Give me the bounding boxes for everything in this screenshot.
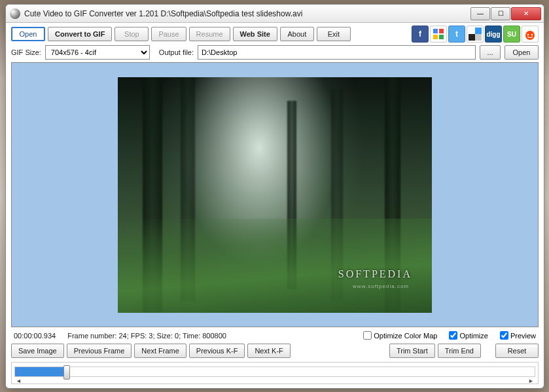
svg-rect-1 bbox=[439, 29, 444, 33]
timeline-scroll-arrows: ◄ ► bbox=[14, 378, 535, 384]
stumbleupon-icon[interactable]: SU bbox=[503, 26, 520, 43]
svg-point-8 bbox=[525, 31, 535, 40]
output-file-label: Output file: bbox=[159, 48, 194, 56]
pause-button[interactable]: Pause bbox=[151, 27, 186, 41]
main-toolbar: Open Convert to GIF Stop Pause Resume We… bbox=[11, 26, 539, 43]
titlebar[interactable]: Cute Video to GIF Converter ver 1.201 D:… bbox=[6, 5, 544, 23]
watermark-text: SOFTPEDIA bbox=[338, 268, 412, 280]
reset-button[interactable]: Reset bbox=[495, 344, 539, 358]
trim-end-button[interactable]: Trim End bbox=[438, 344, 481, 358]
svg-rect-3 bbox=[439, 35, 444, 39]
app-icon bbox=[10, 9, 20, 19]
minimize-button[interactable]: — bbox=[470, 7, 490, 20]
svg-point-10 bbox=[531, 34, 533, 36]
twitter-icon[interactable]: t bbox=[448, 26, 465, 43]
window-controls: — ☐ ✕ bbox=[470, 7, 541, 20]
scroll-right-icon[interactable]: ► bbox=[528, 378, 534, 384]
next-frame-button[interactable]: Next Frame bbox=[134, 344, 186, 358]
svg-rect-5 bbox=[475, 27, 482, 34]
timecode: 00:00:00.934 bbox=[14, 332, 56, 340]
gif-size-label: GIF Size: bbox=[11, 48, 41, 56]
timeline-slider-container: ◄ ► bbox=[11, 362, 539, 384]
timeline-fill bbox=[15, 367, 66, 376]
stop-button[interactable]: Stop bbox=[115, 27, 149, 41]
watermark-subtitle: www.softpedia.com bbox=[353, 283, 409, 289]
status-row: 00:00:00.934 Frame number: 24; FPS: 3; S… bbox=[11, 330, 539, 341]
resume-button[interactable]: Resume bbox=[189, 27, 230, 41]
social-links: f t digg SU bbox=[412, 26, 539, 43]
website-button[interactable]: Web Site bbox=[233, 27, 277, 41]
svg-rect-6 bbox=[469, 34, 475, 41]
google-icon[interactable] bbox=[430, 26, 447, 43]
browse-button[interactable]: ... bbox=[480, 45, 501, 60]
timeline-track[interactable] bbox=[14, 366, 535, 377]
preview-checkbox[interactable] bbox=[500, 331, 508, 340]
output-file-input[interactable] bbox=[198, 45, 476, 60]
svg-rect-4 bbox=[469, 27, 475, 34]
svg-rect-0 bbox=[433, 29, 438, 33]
window-title: Cute Video to GIF Converter ver 1.201 D:… bbox=[24, 9, 470, 18]
next-keyframe-button[interactable]: Next K-F bbox=[247, 344, 290, 358]
delicious-icon[interactable] bbox=[467, 26, 484, 43]
exit-button[interactable]: Exit bbox=[317, 27, 351, 41]
svg-point-9 bbox=[527, 34, 529, 36]
save-image-button[interactable]: Save Image bbox=[11, 344, 64, 358]
scroll-left-icon[interactable]: ◄ bbox=[16, 378, 22, 384]
convert-button[interactable]: Convert to GIF bbox=[48, 27, 112, 41]
close-button[interactable]: ✕ bbox=[511, 7, 541, 20]
digg-icon[interactable]: digg bbox=[485, 26, 502, 43]
optimize-checkbox[interactable] bbox=[449, 331, 457, 340]
optimize-colormap-check[interactable]: Optimize Color Map bbox=[363, 331, 437, 340]
preview-area: SOFTPEDIA www.softpedia.com bbox=[11, 62, 539, 327]
app-window: Cute Video to GIF Converter ver 1.201 D:… bbox=[5, 4, 544, 389]
frame-info: Frame number: 24; FPS: 3; Size: 0; Time:… bbox=[67, 332, 226, 340]
content-area: Open Convert to GIF Stop Pause Resume We… bbox=[6, 23, 544, 388]
open-button[interactable]: Open bbox=[11, 27, 45, 41]
timeline-thumb[interactable] bbox=[63, 365, 70, 380]
svg-rect-2 bbox=[433, 35, 438, 39]
maximize-button[interactable]: ☐ bbox=[491, 7, 510, 20]
video-frame-preview: SOFTPEDIA www.softpedia.com bbox=[118, 77, 432, 313]
optimize-colormap-checkbox[interactable] bbox=[363, 331, 372, 340]
facebook-icon[interactable]: f bbox=[412, 26, 429, 43]
trim-start-button[interactable]: Trim Start bbox=[389, 344, 435, 358]
previous-keyframe-button[interactable]: Previous K-F bbox=[189, 344, 245, 358]
preview-check[interactable]: Preview bbox=[500, 331, 536, 340]
settings-row: GIF Size: 704x576 - 4cif Output file: ..… bbox=[11, 45, 539, 60]
frame-button-row: Save Image Previous Frame Next Frame Pre… bbox=[11, 344, 539, 358]
gif-size-select[interactable]: 704x576 - 4cif bbox=[45, 45, 150, 60]
open-output-button[interactable]: Open bbox=[505, 45, 539, 60]
about-button[interactable]: About bbox=[280, 27, 314, 41]
previous-frame-button[interactable]: Previous Frame bbox=[67, 344, 132, 358]
reddit-icon[interactable] bbox=[522, 26, 539, 43]
svg-rect-7 bbox=[475, 34, 482, 41]
optimize-check[interactable]: Optimize bbox=[449, 331, 487, 340]
